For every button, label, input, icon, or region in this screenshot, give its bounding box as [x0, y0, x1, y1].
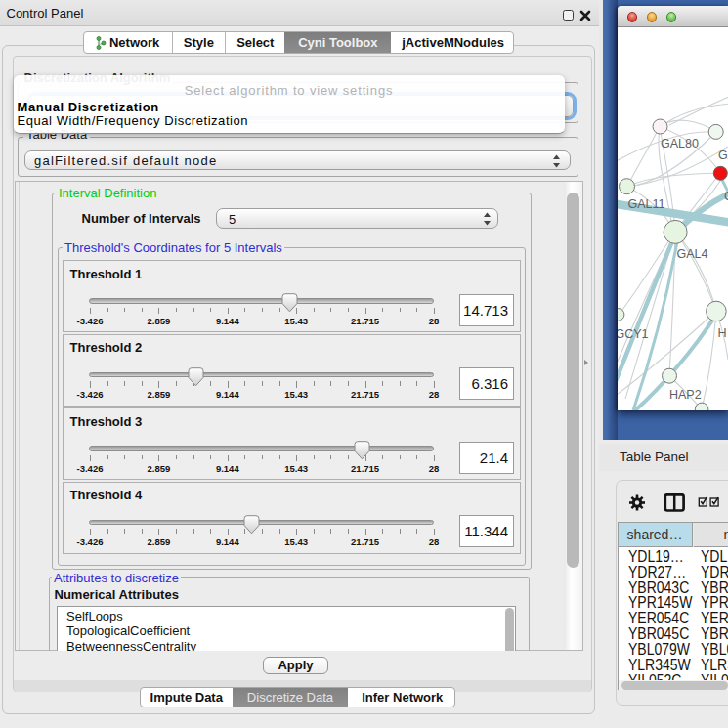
svg-text:GAL11: GAL11 — [628, 197, 665, 211]
svg-text:C: C — [724, 190, 728, 203]
svg-text:GAL4: GAL4 — [677, 247, 708, 261]
svg-text:GA: GA — [718, 149, 728, 162]
svg-text:H: H — [718, 326, 727, 340]
svg-text:GCY1: GCY1 — [618, 327, 649, 341]
svg-text:GAL80: GAL80 — [661, 137, 699, 150]
svg-text:HAP2: HAP2 — [669, 388, 702, 402]
